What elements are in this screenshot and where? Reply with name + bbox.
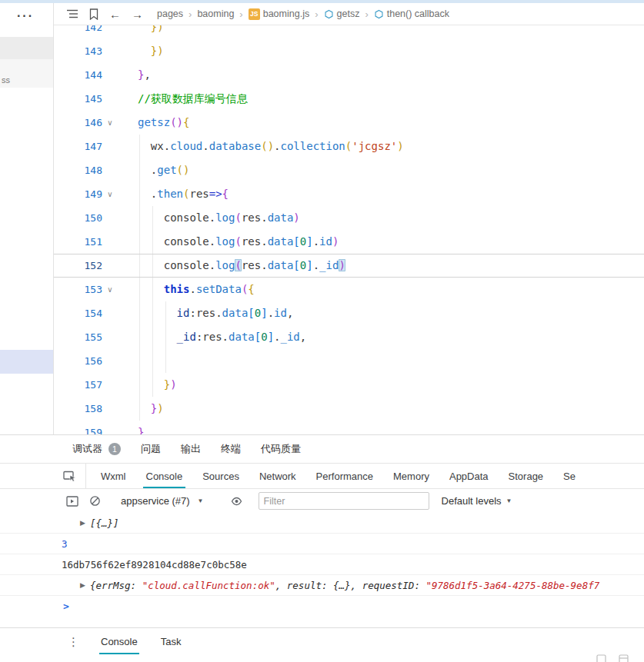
devtools-tabs: WxmlConsoleSourcesNetworkPerformanceMemo…: [91, 464, 586, 488]
code-line-153[interactable]: 153∨ this.setData({: [54, 278, 644, 301]
devtools-tab-se[interactable]: Se: [553, 464, 586, 488]
line-number[interactable]: 143: [54, 39, 102, 63]
breadcrumb-item-baoming[interactable]: baoming: [197, 8, 234, 19]
forward-arrow-icon[interactable]: →: [132, 8, 143, 20]
kebab-menu-icon[interactable]: ⋮: [68, 635, 79, 649]
code-line-142[interactable]: 142 }): [54, 25, 644, 39]
breadcrumb-separator: ›: [189, 8, 192, 20]
line-number[interactable]: 148: [54, 158, 102, 182]
expand-triangle-icon[interactable]: ▶: [80, 519, 85, 527]
line-number[interactable]: 142: [54, 25, 102, 39]
line-number[interactable]: 151: [54, 230, 102, 254]
code-line-144[interactable]: 144},: [54, 63, 644, 87]
code-text: this.setData({: [118, 278, 255, 301]
panel-tab-问题[interactable]: 问题: [141, 442, 161, 456]
line-number[interactable]: 145: [54, 87, 102, 111]
line-number[interactable]: 149: [54, 182, 102, 206]
code-line-157[interactable]: 157 }): [54, 373, 644, 397]
sidebar-selected-row[interactable]: [0, 350, 53, 374]
code-line-147[interactable]: 147 wx.cloud.database().collection('jcgs…: [54, 135, 644, 158]
fold-gutter: [102, 39, 118, 63]
statusbar-icons: [596, 654, 629, 662]
devtools-tab-performance[interactable]: Performance: [306, 464, 383, 488]
line-number[interactable]: 159: [54, 421, 102, 434]
breadcrumb-label: then() callback: [387, 8, 449, 19]
devtools-tab-storage[interactable]: Storage: [499, 464, 554, 488]
line-number[interactable]: 150: [54, 206, 102, 230]
fold-chevron-icon[interactable]: ∨: [102, 278, 118, 301]
inspect-element-icon[interactable]: [63, 464, 86, 488]
panel-tab-代码质量[interactable]: 代码质量: [261, 442, 301, 456]
devtools-tab-memory[interactable]: Memory: [383, 464, 439, 488]
execution-context-selector[interactable]: appservice (#7): [121, 495, 190, 507]
sidebar-row[interactable]: [0, 37, 53, 59]
devtools-tab-console[interactable]: Console: [136, 464, 193, 488]
filter-input[interactable]: [259, 492, 429, 510]
devtools-tab-sources[interactable]: Sources: [192, 464, 249, 488]
code-line-146[interactable]: 146∨getsz(){: [54, 111, 644, 135]
code-text: console.log(res.data[0].id): [118, 230, 339, 254]
panel-tab-终端[interactable]: 终端: [221, 442, 241, 456]
code-line-156[interactable]: 156: [54, 349, 644, 373]
more-menu-icon[interactable]: ···: [17, 9, 34, 23]
console-sidebar-toggle-icon[interactable]: [66, 496, 78, 507]
devtools-tab-wxml[interactable]: Wxml: [91, 464, 136, 488]
bottom-tab-console[interactable]: Console: [99, 629, 139, 654]
code-line-150[interactable]: 150 console.log(res.data): [54, 206, 644, 230]
code-line-155[interactable]: 155 _id:res.data[0]._id,: [54, 325, 644, 349]
line-number[interactable]: 156: [54, 349, 102, 373]
fold-gutter: [102, 158, 118, 182]
default-levels-dropdown[interactable]: Default levels ▼: [442, 495, 512, 507]
code-line-151[interactable]: 151 console.log(res.data[0].id): [54, 230, 644, 254]
bookmark-icon[interactable]: [89, 8, 98, 20]
line-number[interactable]: 157: [54, 373, 102, 397]
expand-triangle-icon[interactable]: ▶: [80, 581, 85, 589]
fold-gutter: [102, 421, 118, 434]
line-number[interactable]: 144: [54, 63, 102, 87]
breadcrumb-item-baoming-js[interactable]: JSbaoming.js: [249, 8, 309, 20]
line-number[interactable]: 152: [54, 254, 102, 277]
line-number[interactable]: 147: [54, 135, 102, 158]
console-prompt-row[interactable]: >: [0, 596, 644, 616]
fold-chevron-icon[interactable]: ∨: [102, 111, 118, 135]
code-line-145[interactable]: 145//获取数据库编号信息: [54, 87, 644, 111]
devtools-tab-network[interactable]: Network: [249, 464, 306, 488]
panel-tab-调试器[interactable]: 调试器1: [72, 442, 121, 456]
breadcrumb-item-then-callback[interactable]: then() callback: [374, 8, 449, 19]
outline-list-icon[interactable]: [66, 8, 78, 19]
panel-tab-输出[interactable]: 输出: [181, 442, 201, 456]
back-arrow-icon[interactable]: ←: [109, 8, 121, 20]
code-line-154[interactable]: 154 id:res.data[0].id,: [54, 301, 644, 325]
breadcrumb-item-pages[interactable]: pages: [157, 8, 183, 19]
code-line-152[interactable]: 152 console.log(res.data[0]._id): [54, 254, 644, 278]
code-line-149[interactable]: 149∨ .then(res=>{: [54, 182, 644, 206]
line-number[interactable]: 146: [54, 111, 102, 135]
code-text: getsz(){: [118, 111, 189, 135]
status-icon[interactable]: [619, 654, 629, 662]
code-line-148[interactable]: 148 .get(): [54, 158, 644, 182]
console-message: ▶[{…}]: [0, 513, 644, 534]
line-number[interactable]: 155: [54, 325, 102, 349]
chevron-down-icon[interactable]: ▼: [198, 497, 204, 504]
code-line-159[interactable]: 159},: [54, 421, 644, 434]
line-number[interactable]: 153: [54, 278, 102, 301]
breadcrumb-item-getsz[interactable]: getsz: [324, 8, 360, 19]
line-number[interactable]: 154: [54, 301, 102, 325]
fold-chevron-icon[interactable]: ∨: [102, 182, 118, 206]
clear-console-icon[interactable]: [89, 495, 101, 507]
code-line-143[interactable]: 143 }): [54, 39, 644, 63]
code-editor[interactable]: 142 })143 })144},145//获取数据库编号信息146∨getsz…: [54, 25, 644, 434]
code-line-158[interactable]: 158 }): [54, 397, 644, 421]
console-toolbar: appservice (#7) ▼ Default levels ▼: [0, 488, 644, 513]
devtools-tab-appdata[interactable]: AppData: [439, 464, 499, 488]
line-number[interactable]: 158: [54, 397, 102, 421]
fold-gutter: [102, 373, 118, 397]
live-expression-eye-icon[interactable]: [230, 495, 243, 507]
breadcrumb-separator: ›: [315, 8, 318, 20]
panel-tab-label: 终端: [221, 442, 241, 456]
status-icon[interactable]: [596, 654, 606, 662]
breadcrumb-separator: ›: [239, 8, 242, 20]
panel-tab-label: 调试器: [72, 442, 102, 456]
bottom-tab-task[interactable]: Task: [159, 629, 183, 654]
code-text: }): [118, 25, 164, 39]
